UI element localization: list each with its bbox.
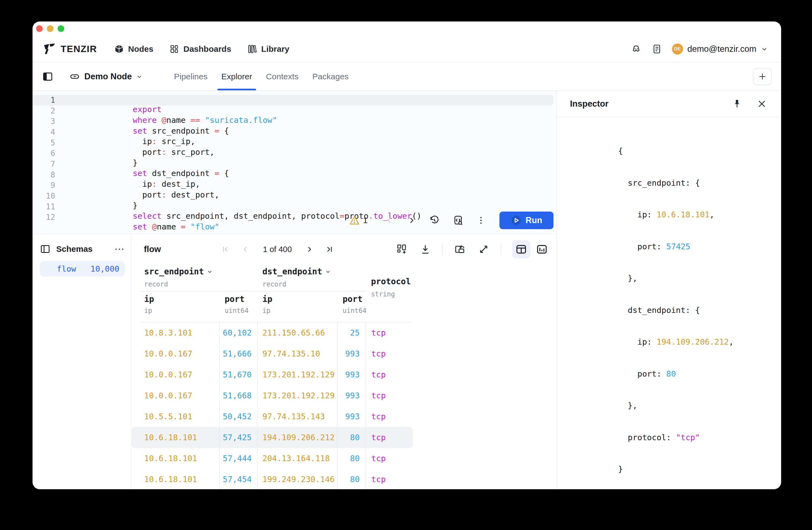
cell-dst-port[interactable]: 993 [338, 343, 366, 364]
tab[interactable]: Contexts [262, 62, 303, 90]
cell-protocol[interactable]: tcp [366, 427, 413, 448]
cell-dst-port[interactable]: 993 [338, 364, 366, 385]
close-icon[interactable] [757, 99, 767, 109]
cell-protocol[interactable]: tcp [366, 322, 413, 343]
cell-protocol[interactable]: tcp [366, 406, 413, 427]
zoom-window-button[interactable] [58, 25, 64, 32]
add-to-dashboard-icon[interactable] [396, 244, 407, 255]
next-page-icon[interactable] [305, 245, 314, 254]
node-link-icon [70, 71, 80, 82]
kebab-menu-icon[interactable] [476, 216, 485, 225]
line-number: 12 [32, 213, 55, 222]
cell-dst-ip[interactable]: 199.249.230.146 [258, 469, 338, 489]
cell-src-port[interactable]: 57,444 [220, 448, 258, 469]
table-row[interactable]: 10.0.0.167 51,670 173.201.192.129 993 tc… [131, 364, 413, 385]
subcolumn-src-ip[interactable]: ip [144, 294, 154, 304]
cell-src-ip[interactable]: 10.6.18.101 [131, 427, 220, 448]
tenzir-logo[interactable]: TENZIR [44, 43, 97, 55]
schemas-menu-icon[interactable]: ⋯ [114, 246, 125, 252]
cell-protocol[interactable]: tcp [366, 364, 413, 385]
schema-item[interactable]: flow 10,000 [40, 261, 125, 277]
history-forward-icon[interactable] [407, 216, 416, 225]
docs-icon[interactable] [652, 44, 662, 54]
history-back-icon[interactable] [385, 216, 394, 225]
tab[interactable]: Packages [308, 62, 353, 90]
subcolumn-dst-ip[interactable]: ip [262, 294, 272, 304]
subcolumn-src-port[interactable]: port [224, 294, 245, 304]
cell-protocol[interactable]: tcp [366, 448, 413, 469]
cell-dst-ip[interactable]: 97.74.135.10 [258, 343, 338, 364]
close-window-button[interactable] [36, 25, 43, 32]
cell-protocol[interactable]: tcp [366, 385, 413, 406]
cell-dst-port[interactable]: 993 [338, 406, 366, 427]
app-header: TENZIR Nodes Dashboards Library [32, 36, 781, 62]
cell-dst-port[interactable]: 80 [338, 448, 366, 469]
cell-protocol[interactable]: tcp [366, 469, 413, 489]
cell-src-port[interactable]: 51,668 [220, 385, 258, 406]
copy-icon[interactable] [454, 243, 466, 255]
cell-dst-ip[interactable]: 173.201.192.129 [258, 385, 338, 406]
cell-src-ip[interactable]: 10.0.0.167 [131, 385, 220, 406]
cell-dst-ip[interactable]: 173.201.192.129 [258, 364, 338, 385]
subcolumn-type: ip [262, 307, 271, 314]
cell-src-ip[interactable]: 10.5.5.101 [131, 406, 220, 427]
cell-src-port[interactable]: 51,666 [220, 343, 258, 364]
table-row[interactable]: 10.8.3.101 60,102 211.150.65.66 25 tcp [131, 322, 413, 343]
table-row[interactable]: 10.6.18.101 57,425 194.109.206.212 80 tc… [131, 427, 413, 448]
cell-src-port[interactable]: 60,102 [220, 322, 258, 343]
nav-item-nodes[interactable]: Nodes [114, 44, 154, 54]
download-icon[interactable] [420, 244, 431, 255]
cell-src-port[interactable]: 50,452 [220, 406, 258, 427]
cell-src-ip[interactable]: 10.0.0.167 [131, 364, 220, 385]
cell-src-port[interactable]: 57,425 [220, 427, 258, 448]
cell-dst-ip[interactable]: 211.150.65.66 [258, 322, 338, 343]
cell-src-port[interactable]: 51,670 [220, 364, 258, 385]
cell-dst-port[interactable]: 25 [338, 322, 366, 343]
column-protocol[interactable]: protocol [371, 277, 411, 286]
cell-src-port[interactable]: 57,454 [220, 469, 258, 489]
code-search-icon[interactable] [453, 215, 464, 226]
add-button[interactable] [753, 68, 772, 85]
line-number: 7 [32, 160, 55, 168]
chart-view-button[interactable] [536, 243, 548, 255]
prev-page-icon[interactable] [241, 245, 250, 254]
nav-item-dashboards[interactable]: Dashboards [169, 44, 231, 54]
cell-dst-port[interactable]: 80 [338, 469, 366, 489]
expand-icon[interactable] [478, 244, 490, 255]
column-group-dst-endpoint[interactable]: dst_endpoint [262, 267, 331, 276]
tab[interactable]: Explorer [217, 62, 257, 90]
cell-src-ip[interactable]: 10.6.18.101 [131, 469, 220, 489]
sidebar-toggle-icon[interactable] [42, 71, 54, 83]
cell-src-ip[interactable]: 10.0.0.167 [131, 343, 220, 364]
account-menu[interactable]: DE demo@tenzir.com [672, 44, 768, 55]
table-view-button[interactable] [512, 240, 530, 259]
cell-dst-ip[interactable]: 194.109.206.212 [258, 427, 338, 448]
cell-src-ip[interactable]: 10.8.3.101 [131, 322, 220, 343]
run-button[interactable]: Run [499, 211, 553, 229]
cell-dst-port[interactable]: 993 [338, 385, 366, 406]
history-icon[interactable] [429, 215, 440, 226]
node-selector[interactable]: Demo Node [70, 71, 143, 82]
tab[interactable]: Pipelines [170, 62, 212, 90]
cell-protocol[interactable]: tcp [366, 343, 413, 364]
last-page-icon[interactable] [325, 245, 334, 254]
discord-icon[interactable] [630, 44, 642, 55]
cell-dst-port[interactable]: 80 [338, 427, 366, 448]
table-row[interactable]: 10.0.0.167 51,666 97.74.135.10 993 tcp [131, 343, 413, 364]
subcolumn-dst-port[interactable]: port [343, 294, 362, 304]
pipeline-editor[interactable]: 1 export 2 where @name == "suricata.flow… [32, 91, 556, 234]
table-row[interactable]: 10.6.18.101 57,444 204.13.164.118 80 tcp [131, 448, 413, 469]
schemas-panel-icon[interactable] [40, 244, 51, 254]
column-group-src-endpoint[interactable]: src_endpoint [144, 267, 213, 276]
first-page-icon[interactable] [221, 245, 230, 254]
cell-src-ip[interactable]: 10.6.18.101 [131, 448, 220, 469]
minimize-window-button[interactable] [47, 25, 54, 32]
nav-item-library[interactable]: Library [247, 44, 289, 54]
cell-dst-ip[interactable]: 204.13.164.118 [258, 448, 338, 469]
table-row[interactable]: 10.0.0.167 51,668 173.201.192.129 993 tc… [131, 385, 413, 406]
pin-icon[interactable] [732, 99, 742, 109]
cell-dst-ip[interactable]: 97.74.135.143 [258, 406, 338, 427]
table-row[interactable]: 10.6.18.101 57,454 199.249.230.146 80 tc… [131, 469, 413, 489]
table-row[interactable]: 10.5.5.101 50,452 97.74.135.143 993 tcp [131, 406, 413, 427]
diagnostics-indicator[interactable]: 1 [349, 215, 368, 226]
